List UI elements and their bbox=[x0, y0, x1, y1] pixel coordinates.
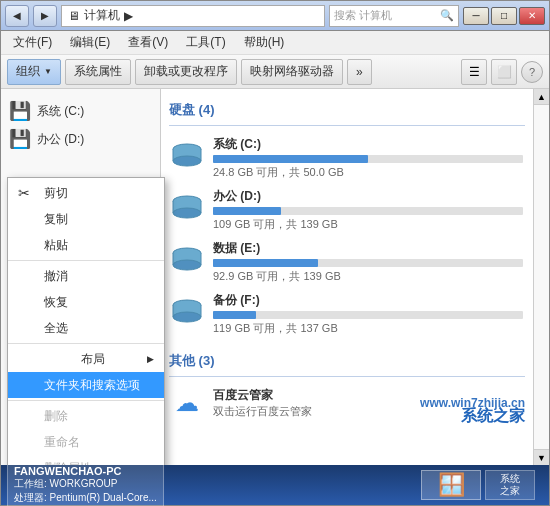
drive-f-bar-wrap bbox=[213, 311, 523, 319]
map-drive-button[interactable]: 映射网络驱动器 bbox=[241, 59, 343, 85]
sidebar-label-c: 系统 (C:) bbox=[37, 103, 84, 120]
path-arrow: ▶ bbox=[124, 9, 133, 23]
menu-item-rename[interactable]: 重命名 bbox=[8, 429, 164, 455]
scrollbar[interactable]: ▲ ▼ bbox=[533, 89, 549, 465]
baidu-cloud-name: 百度云管家 bbox=[213, 387, 523, 404]
menu-item-redo[interactable]: 恢复 bbox=[8, 289, 164, 315]
drive-e-icon bbox=[171, 245, 203, 280]
main-content: 硬盘 (4) 系统 (C:) bbox=[161, 89, 533, 465]
drive-d-info: 办公 (D:) 109 GB 可用，共 139 GB bbox=[213, 188, 523, 232]
drive-c-bar-wrap bbox=[213, 155, 523, 163]
watermark-site: 系统之家 bbox=[461, 406, 525, 427]
menu-help[interactable]: 帮助(H) bbox=[236, 32, 293, 53]
menu-item-layout[interactable]: 布局 ▶ bbox=[8, 346, 164, 372]
drive-d-name: 办公 (D:) bbox=[213, 188, 523, 205]
disk-icon-d: 💾 bbox=[9, 128, 31, 150]
drive-e[interactable]: 数据 (E:) 92.9 GB 可用，共 139 GB bbox=[169, 236, 525, 288]
other-title: 其他 (3) bbox=[169, 348, 525, 377]
menu-file[interactable]: 文件(F) bbox=[5, 32, 60, 53]
menu-item-folder-options[interactable]: 文件夹和搜索选项 bbox=[8, 372, 164, 398]
view-button[interactable]: ☰ bbox=[461, 59, 487, 85]
system-props-label: 系统属性 bbox=[74, 63, 122, 80]
menu-item-delete-props[interactable]: 删除属性 bbox=[8, 455, 164, 465]
drive-d-bar-wrap bbox=[213, 207, 523, 215]
drive-f-bar bbox=[213, 311, 256, 319]
maximize-button[interactable]: □ bbox=[491, 7, 517, 25]
submenu-arrow: ▶ bbox=[147, 354, 154, 364]
drive-e-info: 数据 (E:) 92.9 GB 可用，共 139 GB bbox=[213, 240, 523, 284]
menu-item-selectall[interactable]: 全选 bbox=[8, 315, 164, 341]
sidebar-label-d: 办公 (D:) bbox=[37, 131, 84, 148]
drive-c-size: 24.8 GB 可用，共 50.0 GB bbox=[213, 165, 523, 180]
sidebar-item-c[interactable]: 💾 系统 (C:) bbox=[1, 97, 160, 125]
svg-point-7 bbox=[173, 208, 201, 218]
title-bar-left: ◀ ▶ 🖥 计算机 ▶ 搜索 计算机 🔍 bbox=[5, 5, 459, 27]
menu-edit[interactable]: 编辑(E) bbox=[62, 32, 118, 53]
menu-item-cut[interactable]: ✂ 剪切 bbox=[8, 180, 164, 206]
drive-e-name: 数据 (E:) bbox=[213, 240, 523, 257]
map-drive-label: 映射网络驱动器 bbox=[250, 63, 334, 80]
path-icon: 🖥 bbox=[68, 9, 80, 23]
close-button[interactable]: ✕ bbox=[519, 7, 545, 25]
drive-c[interactable]: 系统 (C:) 24.8 GB 可用，共 50.0 GB bbox=[169, 132, 525, 184]
address-bar[interactable]: 🖥 计算机 ▶ bbox=[61, 5, 325, 27]
baidu-cloud-icon: ☁ bbox=[171, 389, 203, 417]
forward-button[interactable]: ▶ bbox=[33, 5, 57, 27]
drive-f-size: 119 GB 可用，共 137 GB bbox=[213, 321, 523, 336]
divider-1 bbox=[8, 260, 164, 261]
drive-f-info: 备份 (F:) 119 GB 可用，共 137 GB bbox=[213, 292, 523, 336]
preview-icon: ⬜ bbox=[497, 65, 512, 79]
svg-point-12 bbox=[173, 260, 201, 270]
help-button[interactable]: ? bbox=[521, 61, 543, 83]
toolbar: 组织 ▼ 系统属性 卸载或更改程序 映射网络驱动器 » ☰ ⬜ ? bbox=[1, 55, 549, 89]
view-icon: ☰ bbox=[469, 65, 480, 79]
taskbar: FANGWENCHAO-PC 工作组: WORKGROUP 处理器: Penti… bbox=[1, 465, 549, 505]
svg-point-2 bbox=[173, 156, 201, 166]
more-button[interactable]: » bbox=[347, 59, 372, 85]
search-placeholder-text: 搜索 计算机 bbox=[334, 8, 392, 23]
menu-tools[interactable]: 工具(T) bbox=[178, 32, 233, 53]
drive-f-icon bbox=[171, 297, 203, 332]
drive-d-icon bbox=[171, 193, 203, 228]
drive-c-icon bbox=[171, 141, 203, 176]
drive-e-bar bbox=[213, 259, 318, 267]
search-bar[interactable]: 搜索 计算机 🔍 bbox=[329, 5, 459, 27]
menu-item-undo[interactable]: 撤消 bbox=[8, 263, 164, 289]
cut-icon: ✂ bbox=[18, 185, 34, 201]
scroll-up[interactable]: ▲ bbox=[534, 89, 549, 105]
menu-view[interactable]: 查看(V) bbox=[120, 32, 176, 53]
uninstall-label: 卸载或更改程序 bbox=[144, 63, 228, 80]
content-area: 💾 系统 (C:) 💾 办公 (D:) ✂ 剪切 复制 粘贴 bbox=[1, 89, 549, 465]
drive-f[interactable]: 备份 (F:) 119 GB 可用，共 137 GB bbox=[169, 288, 525, 340]
divider-3 bbox=[8, 400, 164, 401]
main-window: ◀ ▶ 🖥 计算机 ▶ 搜索 计算机 🔍 ─ □ ✕ 文件 bbox=[0, 0, 550, 506]
organize-dropdown-menu: ✂ 剪切 复制 粘贴 撤消 恢复 全选 bbox=[7, 177, 165, 465]
taskbar-computer-name: FANGWENCHAO-PC bbox=[14, 465, 157, 477]
back-button[interactable]: ◀ bbox=[5, 5, 29, 27]
hard-disks-title: 硬盘 (4) bbox=[169, 97, 525, 126]
path-text: 计算机 bbox=[84, 7, 120, 24]
menu-item-paste[interactable]: 粘贴 bbox=[8, 232, 164, 258]
drive-e-size: 92.9 GB 可用，共 139 GB bbox=[213, 269, 523, 284]
menu-item-copy[interactable]: 复制 bbox=[8, 206, 164, 232]
win-logo: 🪟 bbox=[421, 470, 481, 500]
search-icon: 🔍 bbox=[440, 9, 454, 22]
minimize-button[interactable]: ─ bbox=[463, 7, 489, 25]
taskbar-right: 🪟 系统之家 bbox=[421, 470, 535, 500]
drive-d[interactable]: 办公 (D:) 109 GB 可用，共 139 GB bbox=[169, 184, 525, 236]
scroll-down[interactable]: ▼ bbox=[534, 449, 549, 465]
drive-d-bar bbox=[213, 207, 281, 215]
site-logo: 系统之家 bbox=[485, 470, 535, 500]
more-icon: » bbox=[356, 65, 363, 79]
uninstall-button[interactable]: 卸载或更改程序 bbox=[135, 59, 237, 85]
preview-button[interactable]: ⬜ bbox=[491, 59, 517, 85]
divider-2 bbox=[8, 343, 164, 344]
system-props-button[interactable]: 系统属性 bbox=[65, 59, 131, 85]
drive-c-name: 系统 (C:) bbox=[213, 136, 523, 153]
taskbar-computer-item[interactable]: FANGWENCHAO-PC 工作组: WORKGROUP 处理器: Penti… bbox=[7, 460, 164, 506]
menu-bar: 文件(F) 编辑(E) 查看(V) 工具(T) 帮助(H) bbox=[1, 31, 549, 55]
drive-f-name: 备份 (F:) bbox=[213, 292, 523, 309]
menu-item-delete[interactable]: 删除 bbox=[8, 403, 164, 429]
sidebar-item-d[interactable]: 💾 办公 (D:) bbox=[1, 125, 160, 153]
organize-button[interactable]: 组织 ▼ bbox=[7, 59, 61, 85]
